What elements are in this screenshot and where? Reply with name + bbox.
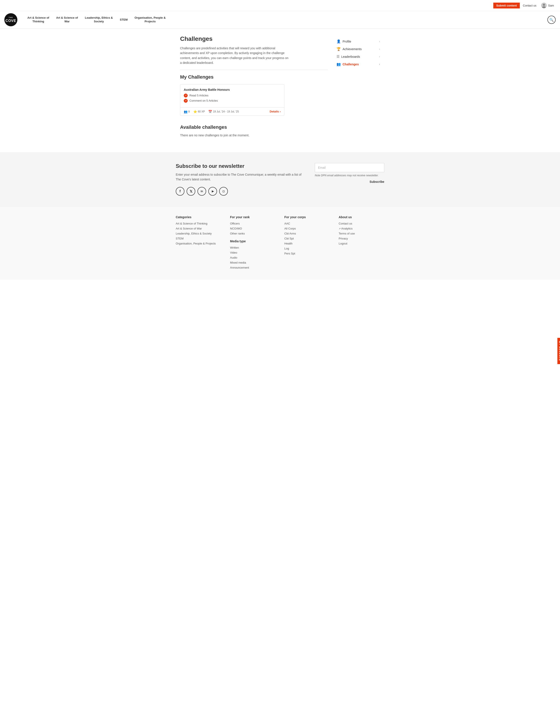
challenges-description: Challenges are predefined activities tha…: [180, 46, 289, 65]
challenge-task-1: ↺ Read 5 Articles: [184, 94, 281, 98]
search-icon: 🔍: [549, 18, 554, 22]
email-input[interactable]: [315, 163, 384, 172]
chevron-right-icon: ›: [379, 40, 380, 43]
nav-org-people[interactable]: Organisation, People & Projects: [131, 12, 169, 27]
twitter-icon[interactable]: 𝕏: [187, 187, 195, 196]
footer-cat-2[interactable]: Art & Science of War: [176, 227, 221, 230]
challenge-card-body: Australian Army Battle Honours ↺ Read 5 …: [180, 84, 284, 108]
footer-rank-1[interactable]: Officers: [230, 222, 276, 225]
footer-media-4[interactable]: Mixed media: [230, 261, 276, 264]
footer-corps-7[interactable]: Pers Spt: [284, 252, 330, 255]
youtube-letter: ▶: [212, 190, 214, 193]
footer-terms[interactable]: Terms of use: [339, 232, 384, 235]
categories-title: Categories: [176, 215, 221, 219]
footer-logout[interactable]: Logout: [339, 242, 384, 245]
chevron-right-icon-3: ›: [379, 55, 380, 58]
footer-privacy[interactable]: Privacy: [339, 237, 384, 240]
calendar-icon: 📅: [208, 110, 212, 113]
newsletter-note: Note DPN email addresses may not receive…: [315, 174, 384, 177]
user-name: Sam: [548, 4, 554, 7]
newsletter-right: Note DPN email addresses may not receive…: [315, 163, 384, 184]
sidebar-leaderboards-label: Leaderboards: [341, 55, 360, 58]
logo[interactable]: THE COVE: [4, 11, 17, 28]
footer-inner: Categories Art & Science of Thinking Art…: [176, 215, 384, 271]
footer-corps-4[interactable]: Cbt Spt: [284, 237, 330, 240]
footer-media-5[interactable]: Announcement: [230, 266, 276, 269]
right-sidebar: 👤 Profile › 🏆 Achievements › ☰ Leaderboa…: [336, 35, 380, 137]
footer-cat-5[interactable]: Organisation, People & Projects: [176, 242, 221, 245]
sidebar-item-challenges[interactable]: 👥 Challenges ›: [336, 60, 380, 68]
footer-corps-2[interactable]: All Corps: [284, 227, 330, 230]
youtube-icon[interactable]: ▶: [208, 187, 217, 196]
main-area: Challenges Challenges are predefined act…: [180, 35, 328, 137]
newsletter-left: Subscribe to our newsletter Enter your e…: [176, 163, 302, 196]
user-menu[interactable]: Sam: [539, 1, 556, 10]
rank-title: For your rank: [230, 215, 276, 219]
footer-cat-3[interactable]: Leadership, Ethics & Society: [176, 232, 221, 235]
footer-cat-1[interactable]: Art & Science of Thinking: [176, 222, 221, 225]
xp-value: 60 XP: [198, 110, 205, 113]
top-bar: Submit content Contact us Sam: [0, 0, 560, 11]
content-with-sidebar: Challenges Challenges are predefined act…: [180, 35, 380, 137]
footer-media-3[interactable]: Audio: [230, 256, 276, 259]
footer-corps: For your corps AAC All Corps Cbt Arms Cb…: [284, 215, 330, 271]
task-label-1: Read 5 Articles: [189, 94, 208, 97]
sidebar-item-leaderboards[interactable]: ☰ Leaderboards ›: [336, 53, 380, 60]
subscribe-button[interactable]: Subscribe: [369, 179, 384, 184]
svg-point-1: [543, 4, 545, 6]
footer-contact[interactable]: Contact us: [339, 222, 384, 225]
contact-us-button[interactable]: Contact us: [520, 3, 539, 8]
chevron-right-icon-2: ›: [379, 48, 380, 51]
challenges-icon: 👥: [336, 62, 341, 66]
chevron-right-icon-4: ›: [379, 63, 380, 66]
footer-media-1[interactable]: Written: [230, 246, 276, 249]
media-title: Media type: [230, 240, 276, 243]
logo-the: THE: [9, 17, 13, 18]
no-challenges-text: There are no new challenges to join at t…: [180, 134, 328, 137]
task-label-2: Comment on 5 Articles: [189, 99, 218, 102]
search-button[interactable]: 🔍: [547, 16, 556, 24]
nav-art-science-thinking[interactable]: Art & Science of Thinking: [24, 12, 53, 27]
sidebar-item-achievements[interactable]: 🏆 Achievements ›: [336, 45, 380, 53]
footer-corps-1[interactable]: AAC: [284, 222, 330, 225]
sidebar-profile-label: Profile: [343, 40, 351, 43]
my-challenges-title: My Challenges: [180, 74, 328, 80]
challenge-card: Australian Army Battle Honours ↺ Read 5 …: [180, 84, 284, 116]
xp-icon: ⭐: [193, 110, 197, 113]
profile-icon: 👤: [336, 39, 341, 43]
dates-value: 19 Jul, '24 - 19 Jul, '25: [213, 110, 239, 113]
xp-stat: ⭐ 60 XP: [193, 110, 205, 113]
nav-art-science-war[interactable]: Art & Science of War: [53, 12, 81, 27]
main-nav: THE COVE Art & Science of Thinking Art &…: [0, 11, 560, 29]
footer-rank-media: For your rank Officers NCO/WO Other rank…: [230, 215, 276, 271]
dates-stat: 📅 19 Jul, '24 - 19 Jul, '25: [208, 110, 239, 113]
footer-cat-4[interactable]: STEM: [176, 237, 221, 240]
participants-stat: 👥 8: [184, 110, 190, 113]
footer-rank-2[interactable]: NCO/WO: [230, 227, 276, 230]
footer-about: About us Contact us Analytics Terms of u…: [339, 215, 384, 271]
submit-content-button[interactable]: Submit content: [493, 3, 520, 8]
sidebar-achievements-label: Achievements: [343, 47, 362, 51]
instagram-icon[interactable]: ◻: [219, 187, 228, 196]
footer-rank-3[interactable]: Other ranks: [230, 232, 276, 235]
newsletter-title: Subscribe to our newsletter: [176, 163, 302, 169]
nav-stem[interactable]: STEM: [116, 12, 131, 27]
social-icons: f 𝕏 in ▶ ◻: [176, 187, 302, 196]
nav-leadership-ethics[interactable]: Leadership, Ethics & Society: [81, 12, 116, 27]
footer-media-2[interactable]: Video: [230, 251, 276, 254]
task-icon-2: ↺: [184, 99, 188, 103]
available-challenges-title: Available challenges: [180, 124, 328, 130]
footer-analytics[interactable]: Analytics: [339, 227, 384, 230]
about-title: About us: [339, 215, 384, 219]
avatar: [541, 3, 547, 8]
footer-corps-3[interactable]: Cbt Arms: [284, 232, 330, 235]
footer: Categories Art & Science of Thinking Art…: [0, 207, 560, 280]
facebook-icon[interactable]: f: [176, 187, 184, 196]
achievements-icon: 🏆: [336, 47, 341, 51]
sidebar-item-profile[interactable]: 👤 Profile ›: [336, 38, 380, 45]
details-button[interactable]: Details ›: [270, 110, 281, 113]
linkedin-icon[interactable]: in: [197, 187, 206, 196]
footer-corps-5[interactable]: Health: [284, 242, 330, 245]
footer-corps-6[interactable]: Log: [284, 247, 330, 250]
task-icon-1: ↺: [184, 94, 188, 98]
